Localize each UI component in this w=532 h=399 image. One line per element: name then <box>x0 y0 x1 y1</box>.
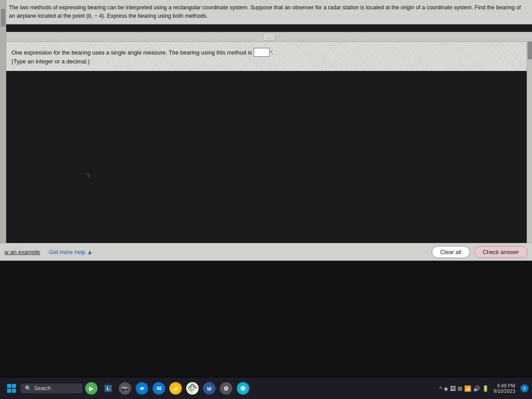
svg-point-10 <box>242 387 244 390</box>
mail-icon: ✉ <box>153 382 165 395</box>
bearing-input[interactable] <box>254 48 270 57</box>
answer-area: One expression for the bearing uses a si… <box>6 42 532 71</box>
duolingo-icon: ▶ <box>85 382 98 395</box>
svg-text:W: W <box>207 386 212 391</box>
search-icon: 🔍 <box>25 385 31 391</box>
help-label: Get more help ▲ <box>49 249 93 255</box>
hint-text: (Type an integer or a decimal.) <box>12 58 527 65</box>
settings-icon: ⚙ <box>220 382 232 395</box>
bottom-toolbar: w an example Get more help ▲ Clear all C… <box>0 243 532 261</box>
help-link[interactable]: Get more help ▲ <box>49 249 93 255</box>
chevron-up-icon[interactable]: ^ <box>439 385 442 392</box>
problem-text: The two methods of expressing bearing ca… <box>9 4 521 19</box>
toolbar-right: Clear all Check answer <box>432 246 528 258</box>
taskbar-app-settings[interactable]: ⚙ <box>218 380 234 396</box>
chrome-icon <box>186 382 199 395</box>
gem-icon <box>237 382 249 395</box>
windows-logo-icon <box>7 384 16 393</box>
files-icon: 📁 <box>169 382 182 395</box>
svg-text:L: L <box>107 386 110 391</box>
scrollbar-thumb[interactable] <box>528 42 532 59</box>
taskbar-app-l[interactable]: L <box>100 380 116 396</box>
notification-count: 9 <box>523 386 526 391</box>
taskbar-app-duolingo[interactable]: ▶ <box>83 380 99 396</box>
network-activity-icon: ◈ <box>444 385 448 392</box>
answer-inline-group: °. <box>254 48 274 57</box>
left-sidebar <box>0 0 6 248</box>
divider-section: ... <box>6 32 532 42</box>
photo-tray-icon: 🖼 <box>450 385 456 392</box>
example-link[interactable]: w an example <box>4 249 40 255</box>
taskbar-app-camera[interactable]: 📷 <box>117 380 133 396</box>
system-tray: ^ ◈ 🖼 ⊞ 📶 🔊 🔋 <box>439 385 489 392</box>
notification-badge[interactable]: 9 <box>520 384 528 392</box>
taskbar-app-mail[interactable]: ✉ <box>151 380 167 396</box>
dark-gap <box>0 261 532 378</box>
right-scrollbar[interactable] <box>527 42 532 243</box>
clear-all-button[interactable]: Clear all <box>432 246 470 258</box>
taskbar-app-edge[interactable] <box>134 380 150 396</box>
taskbar-app-gem[interactable] <box>235 380 251 396</box>
camera-icon: 📷 <box>119 382 131 395</box>
update-icon: ⊞ <box>458 385 462 392</box>
problem-header: The two methods of expressing bearing ca… <box>6 0 532 24</box>
taskbar: 🔍 Search ▶ L 📷 ✉ 📁 <box>0 378 532 399</box>
check-answer-button[interactable]: Check answer <box>474 246 528 258</box>
start-button[interactable] <box>4 380 20 396</box>
left-sidebar-scroll-thumb[interactable] <box>1 9 5 27</box>
dots-button[interactable]: ... <box>263 33 275 41</box>
taskbar-app-chrome[interactable] <box>184 380 200 396</box>
answer-text-line: One expression for the bearing uses a si… <box>12 48 527 57</box>
word-icon: W <box>203 382 215 395</box>
svg-point-5 <box>191 387 194 390</box>
clock-time: 9:49 PM <box>497 383 515 388</box>
clock[interactable]: 9:49 PM 9/10/2023 <box>492 383 517 394</box>
cursor-arrow <box>86 172 91 180</box>
battery-icon: 🔋 <box>482 385 489 392</box>
taskbar-app-word[interactable]: W <box>201 380 217 396</box>
answer-text-before: One expression for the bearing uses a si… <box>12 49 252 56</box>
l-icon: L <box>102 382 114 395</box>
degree-symbol: °. <box>270 50 274 57</box>
search-label: Search <box>34 385 51 391</box>
taskbar-search[interactable]: 🔍 Search <box>20 383 82 393</box>
taskbar-app-files[interactable]: 📁 <box>168 380 184 396</box>
volume-icon[interactable]: 🔊 <box>473 385 480 392</box>
edge-icon <box>136 382 148 395</box>
taskbar-right: ^ ◈ 🖼 ⊞ 📶 🔊 🔋 9:49 PM 9/10/2023 9 <box>439 383 528 394</box>
clock-date: 9/10/2023 <box>493 388 515 394</box>
wifi-icon[interactable]: 📶 <box>464 385 471 392</box>
